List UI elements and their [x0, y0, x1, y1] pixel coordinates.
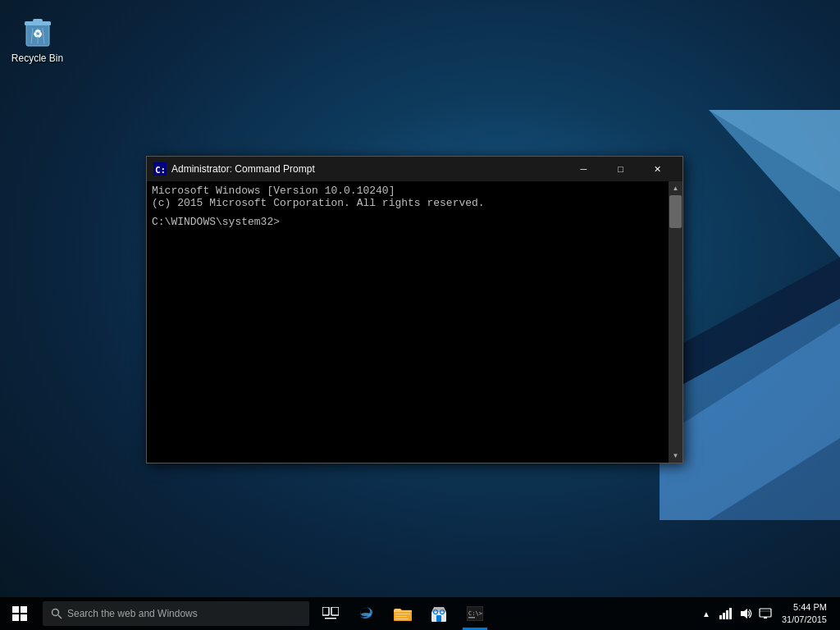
edge-button[interactable]	[349, 597, 385, 630]
cmd-body-wrapper: Microsoft Windows [Version 10.0.10240] (…	[147, 181, 682, 463]
cmd-scrollbar[interactable]: ▲ ▼	[669, 181, 682, 463]
cmd-taskbar-icon: C:\>	[467, 606, 483, 621]
svg-rect-21	[322, 607, 329, 615]
file-explorer-icon	[394, 606, 412, 621]
clock[interactable]: 5:44 PM 31/07/2015	[775, 597, 833, 630]
svg-rect-27	[395, 614, 410, 614]
file-explorer-button[interactable]	[385, 597, 421, 630]
svg-line-20	[58, 615, 62, 619]
cmd-taskbar-button[interactable]: C:\>	[457, 597, 493, 630]
cmd-controls: ─ □ ✕	[565, 157, 676, 181]
svg-rect-31	[436, 615, 441, 622]
store-button[interactable]	[421, 597, 457, 630]
speaker-tray-icon[interactable]	[736, 597, 756, 630]
scroll-track	[669, 195, 682, 449]
cmd-icon: C:	[153, 162, 167, 176]
clock-time: 5:44 PM	[793, 601, 827, 614]
scroll-up-arrow[interactable]: ▲	[669, 181, 682, 195]
search-icon	[51, 608, 62, 619]
recycle-bin-icon[interactable]: ♻ Recycle Bin	[7, 7, 68, 67]
cmd-title: Administrator: Command Prompt	[171, 163, 565, 175]
cmd-line2: (c) 2015 Microsoft Corporation. All righ…	[152, 197, 664, 209]
cmd-window: C: Administrator: Command Prompt ─ □ ✕ M…	[146, 156, 683, 463]
system-tray: ▲	[690, 597, 840, 630]
svg-rect-39	[726, 610, 728, 619]
network-icon	[719, 608, 733, 619]
clock-date: 31/07/2015	[782, 614, 827, 626]
cmd-minimize-button[interactable]: ─	[565, 157, 602, 181]
notification-icon	[759, 608, 772, 619]
taskbar: Search the web and Windows	[0, 597, 840, 630]
svg-point-19	[52, 609, 59, 616]
svg-rect-28	[395, 616, 407, 617]
cmd-line1: Microsoft Windows [Version 10.0.10240]	[152, 185, 664, 197]
recycle-bin-graphic: ♻	[18, 10, 57, 49]
speaker-icon	[739, 608, 752, 619]
svg-rect-23	[325, 618, 336, 619]
scroll-down-arrow[interactable]: ▼	[669, 449, 682, 463]
svg-rect-36	[468, 617, 475, 619]
svg-rect-29	[395, 619, 409, 619]
cmd-prompt: C:\WINDOWS\system32>	[152, 216, 664, 228]
svg-text:C:\>: C:\>	[468, 610, 482, 617]
svg-text:C:: C:	[155, 165, 166, 176]
recycle-bin-label: Recycle Bin	[10, 52, 65, 64]
svg-rect-42	[760, 609, 771, 617]
task-view-button[interactable]	[313, 597, 349, 630]
svg-marker-41	[741, 609, 747, 619]
svg-rect-18	[21, 614, 27, 621]
svg-rect-16	[21, 606, 27, 613]
svg-rect-22	[331, 607, 339, 615]
notification-tray-icon[interactable]	[756, 597, 775, 630]
start-button[interactable]	[0, 597, 39, 630]
search-box[interactable]: Search the web and Windows	[43, 601, 309, 626]
svg-rect-15	[12, 606, 19, 613]
task-view-icon	[322, 607, 339, 620]
svg-rect-17	[12, 614, 19, 621]
svg-rect-8	[33, 19, 43, 22]
taskbar-icons: C:\>	[313, 597, 690, 630]
cmd-body[interactable]: Microsoft Windows [Version 10.0.10240] (…	[147, 181, 669, 463]
svg-rect-38	[723, 613, 725, 619]
svg-point-24	[361, 613, 371, 616]
cmd-restore-button[interactable]: □	[602, 157, 639, 181]
search-placeholder: Search the web and Windows	[67, 608, 198, 619]
cmd-close-button[interactable]: ✕	[639, 157, 676, 181]
store-icon	[431, 605, 447, 622]
tray-overflow-button[interactable]: ▲	[696, 597, 716, 630]
network-tray-icon[interactable]	[716, 597, 736, 630]
windows-logo-background	[660, 110, 840, 520]
scroll-thumb[interactable]	[669, 195, 682, 228]
svg-rect-37	[719, 615, 722, 619]
cmd-titlebar: C: Administrator: Command Prompt ─ □ ✕	[147, 157, 682, 181]
desktop: ♻ Recycle Bin C: Administrator: Command …	[0, 0, 840, 630]
edge-icon	[358, 605, 375, 622]
svg-rect-44	[764, 617, 767, 619]
svg-rect-40	[729, 608, 732, 619]
